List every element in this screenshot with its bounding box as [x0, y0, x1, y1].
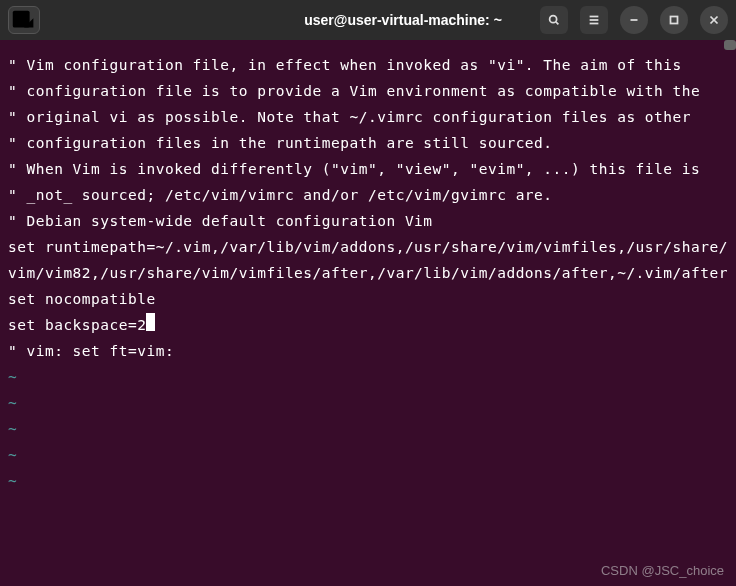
terminal-line: " vim: set ft=vim:: [8, 338, 728, 364]
titlebar-right: [540, 6, 728, 34]
terminal-line: set backspace=2: [8, 312, 728, 338]
minimize-icon: [627, 13, 641, 27]
maximize-button[interactable]: [660, 6, 688, 34]
tilde-line: ~: [8, 416, 728, 442]
terminal-line: " When Vim is invoked differently ("vim"…: [8, 156, 728, 182]
titlebar-left: [8, 6, 266, 34]
scrollbar[interactable]: [724, 40, 736, 50]
titlebar: user@user-virtual-machine: ~: [0, 0, 736, 40]
tilde-line: ~: [8, 390, 728, 416]
cursor: [146, 313, 155, 331]
svg-point-3: [550, 16, 557, 23]
menu-button[interactable]: [580, 6, 608, 34]
search-button[interactable]: [540, 6, 568, 34]
watermark: CSDN @JSC_choice: [601, 563, 724, 578]
terminal-line: " Debian system-wide default configurati…: [8, 208, 728, 234]
window-title: user@user-virtual-machine: ~: [274, 12, 532, 28]
terminal-line: " Vim configuration file, in effect when…: [8, 52, 728, 78]
terminal-line: set nocompatible: [8, 286, 728, 312]
maximize-icon: [667, 13, 681, 27]
tilde-line: ~: [8, 364, 728, 390]
svg-rect-9: [671, 17, 678, 24]
new-tab-button[interactable]: [8, 6, 40, 34]
hamburger-icon: [587, 13, 601, 27]
tilde-line: ~: [8, 442, 728, 468]
new-tab-icon: [9, 5, 39, 35]
minimize-button[interactable]: [620, 6, 648, 34]
terminal-line: " configuration file is to provide a Vim…: [8, 78, 728, 104]
terminal-line: set runtimepath=~/.vim,/var/lib/vim/addo…: [8, 234, 728, 286]
terminal-line: " _not_ sourced; /etc/vim/vimrc and/or /…: [8, 182, 728, 208]
search-icon: [547, 13, 561, 27]
close-icon: [707, 13, 721, 27]
close-button[interactable]: [700, 6, 728, 34]
tilde-line: ~: [8, 468, 728, 494]
terminal-content[interactable]: " Vim configuration file, in effect when…: [0, 40, 736, 502]
terminal-line: " original vi as possible. Note that ~/.…: [8, 104, 728, 130]
svg-line-4: [556, 22, 559, 25]
terminal-line: " configuration files in the runtimepath…: [8, 130, 728, 156]
